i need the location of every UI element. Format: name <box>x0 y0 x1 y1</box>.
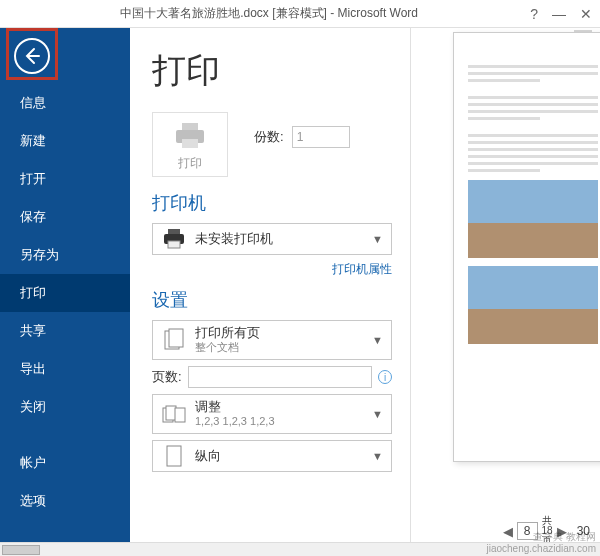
svg-rect-7 <box>169 329 183 347</box>
help-icon[interactable]: ? <box>530 6 538 22</box>
preview-image <box>468 180 598 258</box>
chevron-down-icon: ▼ <box>372 334 383 346</box>
arrow-left-icon <box>22 46 42 66</box>
title-bar: 中国十大著名旅游胜地.docx [兼容模式] - Microsoft Word … <box>0 0 600 28</box>
pages-icon <box>161 328 187 352</box>
sidebar-item-print[interactable]: 打印 <box>0 274 130 312</box>
collate-icon <box>161 403 187 425</box>
chevron-down-icon: ▼ <box>372 450 383 462</box>
settings-section-head: 设置 <box>152 288 392 312</box>
sidebar-item-options[interactable]: 选项 <box>0 482 130 520</box>
source-watermark: 查字典 教程网 jiaocheng.chazidian.com <box>486 531 596 554</box>
sidebar-item-close[interactable]: 关闭 <box>0 388 130 426</box>
pages-label: 页数: <box>152 368 182 386</box>
scrollbar-thumb[interactable] <box>2 545 40 555</box>
svg-rect-5 <box>168 241 180 248</box>
collate-select[interactable]: 调整 1,2,3 1,2,3 1,2,3 ▼ <box>152 394 392 434</box>
svg-rect-3 <box>168 229 180 234</box>
orientation-select[interactable]: 纵向 ▼ <box>152 440 392 472</box>
backstage: 信息 新建 打开 保存 另存为 打印 共享 导出 关闭 帐户 选项 打印 打印 … <box>0 28 600 556</box>
printer-icon <box>161 228 187 250</box>
copies-label: 份数: <box>254 128 284 146</box>
sidebar-item-saveas[interactable]: 另存为 <box>0 236 130 274</box>
svg-rect-11 <box>167 446 181 466</box>
sidebar-item-info[interactable]: 信息 <box>0 84 130 122</box>
preview-page <box>453 32 600 462</box>
sidebar-item-save[interactable]: 保存 <box>0 198 130 236</box>
main-panel: 打印 打印 份数: 打印机 未安装打印机 ▼ <box>130 28 600 556</box>
sidebar-item-account[interactable]: 帐户 <box>0 444 130 482</box>
print-settings-panel: 打印 打印 份数: 打印机 未安装打印机 ▼ <box>130 28 410 556</box>
chevron-down-icon: ▼ <box>372 408 383 420</box>
print-scope-select[interactable]: 打印所有页 整个文档 ▼ <box>152 320 392 360</box>
sidebar-item-new[interactable]: 新建 <box>0 122 130 160</box>
sidebar-item-share[interactable]: 共享 <box>0 312 130 350</box>
print-button[interactable]: 打印 <box>152 112 228 177</box>
info-icon[interactable]: i <box>378 370 392 384</box>
printer-properties-link[interactable]: 打印机属性 <box>152 261 392 278</box>
copies-input[interactable] <box>292 126 350 148</box>
sidebar: 信息 新建 打开 保存 另存为 打印 共享 导出 关闭 帐户 选项 <box>0 28 130 556</box>
preview-image <box>468 266 598 344</box>
pages-input[interactable] <box>188 366 372 388</box>
document-title: 中国十大著名旅游胜地.docx [兼容模式] - Microsoft Word <box>8 5 530 22</box>
portrait-icon <box>161 445 187 467</box>
svg-rect-2 <box>182 139 198 148</box>
print-preview: ◀ 8 共 18 页 ▶ 30 <box>410 28 600 556</box>
sidebar-item-open[interactable]: 打开 <box>0 160 130 198</box>
svg-rect-0 <box>182 123 198 130</box>
back-button[interactable] <box>14 38 50 74</box>
close-icon[interactable]: ✕ <box>580 6 592 22</box>
printer-select[interactable]: 未安装打印机 ▼ <box>152 223 392 255</box>
printer-icon <box>172 121 208 151</box>
page-title: 打印 <box>152 48 392 94</box>
sidebar-item-export[interactable]: 导出 <box>0 350 130 388</box>
svg-rect-10 <box>175 408 185 422</box>
chevron-down-icon: ▼ <box>372 233 383 245</box>
printer-section-head: 打印机 <box>152 191 392 215</box>
minimize-icon[interactable]: — <box>552 6 566 22</box>
